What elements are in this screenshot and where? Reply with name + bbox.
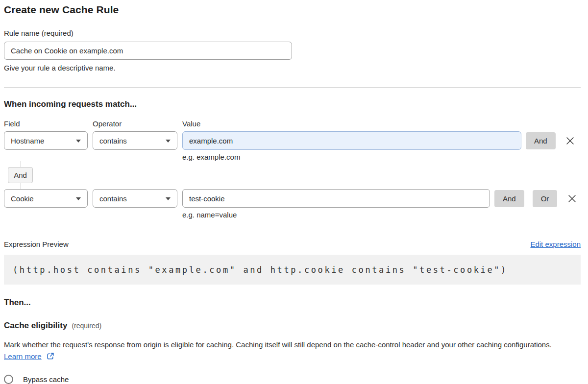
value-hint-1: e.g. example.com (182, 153, 240, 161)
chevron-down-icon (166, 140, 171, 143)
field-select-2[interactable]: Cookie (4, 189, 88, 208)
learn-more-link[interactable]: Learn more (4, 352, 42, 360)
builder-column-labels: Field Operator Value (4, 120, 581, 128)
row-connector: And (8, 161, 33, 189)
hint-row-1: e.g. example.com (4, 153, 581, 161)
remove-condition-button-2[interactable] (566, 193, 577, 204)
create-cache-rule-page: Create new Cache Rule Rule name (require… (0, 0, 588, 384)
operator-select-2[interactable]: contains (93, 189, 177, 208)
description-text: Mark whether the request’s response from… (4, 340, 552, 349)
chevron-down-icon (76, 197, 81, 200)
value-input-2[interactable] (182, 189, 490, 208)
rule-name-input[interactable] (4, 42, 292, 60)
match-heading: When incoming requests match... (4, 99, 581, 109)
value-hint-2: e.g. name=value (182, 211, 237, 219)
field-column-label: Field (4, 120, 88, 128)
operator-column-label: Operator (93, 120, 177, 128)
rule-name-label: Rule name (required) (4, 29, 581, 37)
operator-select-1[interactable]: contains (93, 131, 177, 150)
connector-line-bottom (21, 183, 21, 189)
field-select-1-value: Hostname (11, 137, 44, 145)
edit-expression-link[interactable]: Edit expression (530, 240, 581, 248)
required-tag: (required) (72, 322, 101, 330)
cache-eligibility-description: Mark whether the request’s response from… (4, 339, 572, 363)
then-heading: Then... (4, 298, 581, 308)
value-column-label: Value (182, 120, 200, 128)
cache-eligibility-title: Cache eligibility (4, 321, 67, 331)
value-input-1[interactable] (182, 131, 521, 150)
condition-row-1: Hostname contains And (4, 131, 581, 150)
close-icon (567, 194, 577, 203)
add-and-button-1[interactable]: And (526, 132, 556, 149)
connector-and-button[interactable]: And (8, 167, 33, 183)
expression-preview-label: Expression Preview (4, 240, 69, 248)
rule-name-help: Give your rule a descriptive name. (4, 64, 581, 72)
cache-eligibility-heading: Cache eligibility (required) (4, 321, 581, 331)
page-title: Create new Cache Rule (4, 4, 581, 16)
condition-row-2: Cookie contains And Or (4, 189, 581, 208)
operator-select-1-value: contains (99, 137, 127, 145)
field-select-2-value: Cookie (11, 194, 34, 203)
chevron-down-icon (76, 140, 81, 143)
radio-option-bypass[interactable]: Bypass cache (4, 375, 581, 384)
hint-row-2: e.g. name=value (4, 211, 581, 219)
radio-unselected-icon[interactable] (4, 375, 13, 384)
radio-label-bypass: Bypass cache (23, 375, 69, 384)
add-or-button-2[interactable]: Or (533, 190, 558, 207)
remove-condition-button-1[interactable] (565, 135, 576, 146)
chevron-down-icon (166, 197, 171, 200)
connector-line-top (21, 161, 21, 167)
operator-select-2-value: contains (99, 194, 127, 203)
external-link-icon[interactable] (47, 352, 54, 363)
close-icon (565, 136, 575, 145)
add-and-button-2[interactable]: And (494, 190, 524, 207)
field-select-1[interactable]: Hostname (4, 131, 88, 150)
expression-code-block: (http.host contains "example.com" and ht… (4, 255, 581, 285)
expression-preview-header: Expression Preview Edit expression (4, 240, 581, 248)
section-divider (4, 87, 581, 88)
